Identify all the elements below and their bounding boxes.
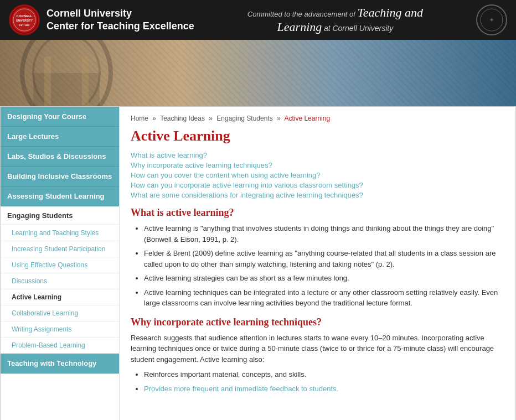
breadcrumb-level2[interactable]: Engaging Students bbox=[216, 115, 272, 122]
sidebar-item-problem-based[interactable]: Problem-Based Learning bbox=[1, 338, 119, 354]
main-content: Home » Teaching Ideas » Engaging Student… bbox=[120, 107, 515, 420]
sidebar-item-assessing[interactable]: Assessing Student Learning bbox=[1, 186, 119, 206]
list-item: Active learning strategies can be as sho… bbox=[144, 273, 504, 284]
list-item: Active learning is "anything that involv… bbox=[144, 223, 504, 245]
header-tagline: Committed to the advancement of Teaching… bbox=[194, 6, 476, 34]
site-header: CORNELL UNIVERSITY EST. 1865 Cornell Uni… bbox=[0, 0, 516, 40]
table-of-contents: What is active learning? Why incorporate… bbox=[131, 151, 504, 199]
svg-point-9 bbox=[22, 40, 111, 106]
sidebar-item-participation[interactable]: Increasing Student Participation bbox=[1, 241, 119, 257]
sidebar-item-inclusive[interactable]: Building Inclusive Classrooms bbox=[1, 167, 119, 186]
feedback-link[interactable]: Provides more frequent and immediate fee… bbox=[144, 385, 338, 393]
list-item: Felder & Brent (2009) define active lear… bbox=[144, 248, 504, 269]
svg-rect-12 bbox=[44, 56, 51, 106]
toc-link-4[interactable]: How can you incorporate active learning … bbox=[131, 181, 504, 189]
sidebar-item-effective-questions[interactable]: Using Effective Questions bbox=[1, 257, 119, 273]
breadcrumb-home[interactable]: Home bbox=[131, 115, 148, 122]
toc-link-5[interactable]: What are some considerations for integra… bbox=[131, 191, 504, 199]
logo-area: CORNELL UNIVERSITY EST. 1865 Cornell Uni… bbox=[9, 4, 194, 35]
section-2-list: Reinforces important material, concepts,… bbox=[144, 369, 504, 394]
breadcrumb-sep2: » bbox=[209, 115, 213, 122]
list-item: Reinforces important material, concepts,… bbox=[144, 369, 504, 380]
decorative-emblem: ✦ bbox=[476, 4, 507, 35]
breadcrumb-level1[interactable]: Teaching Ideas bbox=[160, 115, 205, 122]
breadcrumb-sep1: » bbox=[152, 115, 156, 122]
svg-rect-13 bbox=[82, 56, 89, 106]
section-2-body: Research suggests that audience attentio… bbox=[131, 333, 504, 365]
page-title: Active Learning bbox=[131, 128, 504, 144]
sidebar-item-learning-styles[interactable]: Learning and Teaching Styles bbox=[1, 225, 119, 241]
sidebar-section-engaging: Engaging Students bbox=[1, 206, 119, 225]
sidebar-item-designing[interactable]: Designing Your Course bbox=[1, 107, 119, 127]
breadcrumb: Home » Teaching Ideas » Engaging Student… bbox=[131, 115, 504, 122]
sidebar-item-large-lectures[interactable]: Large Lectures bbox=[1, 127, 119, 147]
toc-link-3[interactable]: How can you cover the content when using… bbox=[131, 171, 504, 179]
svg-point-10 bbox=[33, 40, 100, 106]
cornell-seal: CORNELL UNIVERSITY EST. 1865 bbox=[9, 4, 40, 35]
section-heading-2: Why incorporate active learning techniqu… bbox=[131, 317, 504, 328]
svg-rect-8 bbox=[0, 40, 516, 106]
institution-name: Cornell University Center for Teaching E… bbox=[47, 7, 194, 33]
banner-image bbox=[0, 40, 516, 106]
page-layout: Designing Your Course Large Lectures Lab… bbox=[0, 106, 516, 420]
sidebar-item-active-learning[interactable]: Active Learning bbox=[1, 289, 119, 305]
section-1-list: Active learning is "anything that involv… bbox=[144, 223, 504, 309]
svg-text:CORNELL: CORNELL bbox=[17, 14, 33, 18]
list-item: Active learning techniques can be integr… bbox=[144, 287, 504, 309]
sidebar-item-collaborative[interactable]: Collaborative Learning bbox=[1, 305, 119, 322]
sidebar: Designing Your Course Large Lectures Lab… bbox=[1, 107, 120, 420]
sidebar-item-labs[interactable]: Labs, Studios & Discussions bbox=[1, 147, 119, 167]
breadcrumb-current: Active Learning bbox=[284, 115, 330, 122]
sidebar-item-discussions[interactable]: Discussions bbox=[1, 273, 119, 289]
sidebar-item-technology[interactable]: Teaching with Technology bbox=[1, 354, 119, 374]
svg-text:✦: ✦ bbox=[489, 16, 494, 24]
svg-text:EST. 1865: EST. 1865 bbox=[19, 24, 30, 27]
list-item: Provides more frequent and immediate fee… bbox=[144, 383, 504, 395]
svg-text:UNIVERSITY: UNIVERSITY bbox=[16, 19, 33, 22]
svg-rect-11 bbox=[33, 73, 100, 106]
toc-link-2[interactable]: Why incorporate active learning techniqu… bbox=[131, 161, 504, 169]
toc-link-1[interactable]: What is active learning? bbox=[131, 151, 504, 159]
breadcrumb-sep3: » bbox=[277, 115, 281, 122]
sidebar-item-writing[interactable]: Writing Assignments bbox=[1, 322, 119, 338]
section-heading-1: What is active learning? bbox=[131, 207, 504, 219]
